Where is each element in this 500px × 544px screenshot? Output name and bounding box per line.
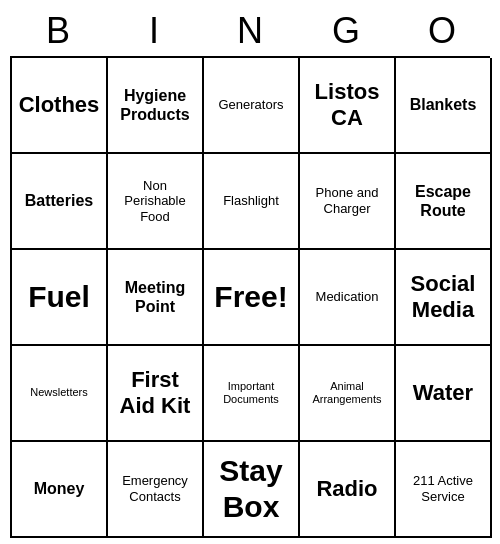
bingo-cell: 211 Active Service [396, 442, 492, 538]
bingo-cell: Flashlight [204, 154, 300, 250]
header-letter: N [202, 6, 298, 56]
cell-text: Water [413, 380, 473, 406]
cell-text: Important Documents [208, 380, 294, 406]
cell-text: Fuel [28, 279, 90, 315]
bingo-cell: Listos CA [300, 58, 396, 154]
bingo-cell: Important Documents [204, 346, 300, 442]
cell-text: Escape Route [400, 182, 486, 220]
cell-text: Hygiene Products [112, 86, 198, 124]
bingo-cell: Clothes [12, 58, 108, 154]
bingo-grid: ClothesHygiene ProductsGeneratorsListos … [10, 56, 490, 538]
cell-text: Social Media [400, 271, 486, 324]
bingo-cell: Animal Arrangements [300, 346, 396, 442]
bingo-cell: Generators [204, 58, 300, 154]
bingo-cell: Non Perishable Food [108, 154, 204, 250]
cell-text: Newsletters [30, 386, 87, 399]
bingo-cell: Hygiene Products [108, 58, 204, 154]
cell-text: Clothes [19, 92, 100, 118]
cell-text: Stay Box [208, 453, 294, 525]
cell-text: 211 Active Service [400, 473, 486, 504]
cell-text: Batteries [25, 191, 93, 210]
cell-text: First Aid Kit [112, 367, 198, 420]
header-letter: O [394, 6, 490, 56]
cell-text: Money [34, 479, 85, 498]
bingo-cell: Free! [204, 250, 300, 346]
cell-text: Flashlight [223, 193, 279, 209]
cell-text: Phone and Charger [304, 185, 390, 216]
cell-text: Animal Arrangements [304, 380, 390, 406]
cell-text: Radio [316, 476, 377, 502]
bingo-card: BINGO ClothesHygiene ProductsGeneratorsL… [10, 6, 490, 538]
bingo-cell: Radio [300, 442, 396, 538]
bingo-cell: Blankets [396, 58, 492, 154]
bingo-cell: Batteries [12, 154, 108, 250]
cell-text: Free! [214, 279, 287, 315]
cell-text: Emergency Contacts [112, 473, 198, 504]
bingo-cell: Meeting Point [108, 250, 204, 346]
cell-text: Listos CA [304, 79, 390, 132]
bingo-cell: Water [396, 346, 492, 442]
header-letter: I [106, 6, 202, 56]
bingo-cell: Emergency Contacts [108, 442, 204, 538]
cell-text: Medication [316, 289, 379, 305]
header-letter: G [298, 6, 394, 56]
bingo-cell: Fuel [12, 250, 108, 346]
bingo-cell: Social Media [396, 250, 492, 346]
bingo-cell: Stay Box [204, 442, 300, 538]
bingo-cell: Escape Route [396, 154, 492, 250]
bingo-cell: Newsletters [12, 346, 108, 442]
bingo-cell: First Aid Kit [108, 346, 204, 442]
bingo-cell: Phone and Charger [300, 154, 396, 250]
bingo-header: BINGO [10, 6, 490, 56]
cell-text: Non Perishable Food [112, 178, 198, 225]
header-letter: B [10, 6, 106, 56]
cell-text: Meeting Point [112, 278, 198, 316]
cell-text: Blankets [410, 95, 477, 114]
bingo-cell: Money [12, 442, 108, 538]
bingo-cell: Medication [300, 250, 396, 346]
cell-text: Generators [218, 97, 283, 113]
